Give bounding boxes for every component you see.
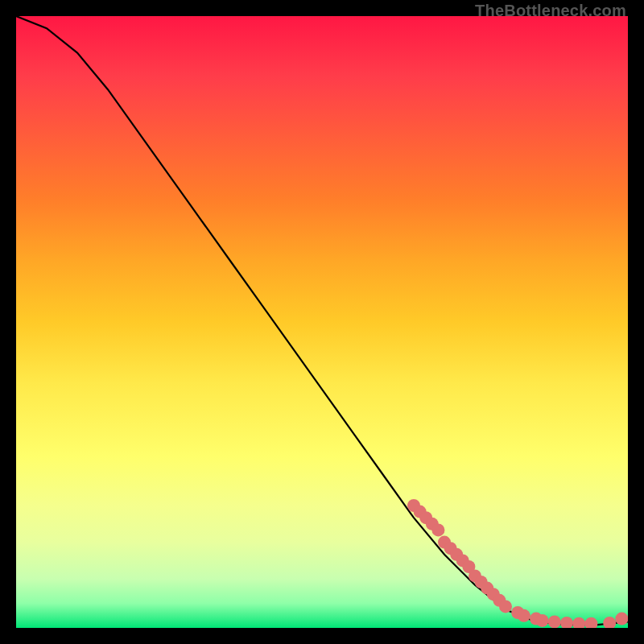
data-marker [603,617,616,628]
chart-svg-overlay [16,16,628,628]
watermark-text: TheBottleneck.com [475,2,626,20]
data-marker [572,617,585,628]
data-marker [536,614,549,627]
data-marker [615,613,628,625]
data-marker [518,609,530,622]
main-curve-line [16,16,628,625]
data-marker [584,617,597,628]
data-marker [548,615,561,628]
data-marker [560,617,573,628]
data-marker [431,523,444,536]
data-marker [499,600,512,613]
data-markers-group [407,499,628,628]
